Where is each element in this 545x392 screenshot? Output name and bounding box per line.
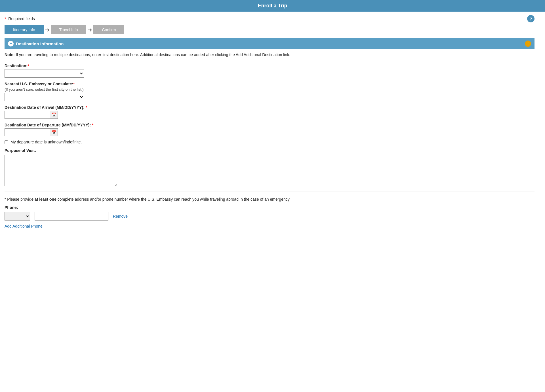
unknown-departure-label: My departure date is unknown/indefinite.: [10, 140, 82, 144]
embassy-select[interactable]: [5, 93, 84, 101]
required-notice-text: * Required fields: [5, 16, 35, 21]
section-divider-1: [5, 192, 535, 192]
departure-label: Destination Date of Departure (MM/DD/YYY…: [5, 123, 535, 127]
departure-req-star: *: [92, 123, 93, 127]
add-phone-link[interactable]: Add Additional Phone: [5, 224, 43, 228]
phone-number-input[interactable]: [35, 212, 108, 221]
wizard-step-confirm[interactable]: Confirm: [93, 25, 124, 34]
departure-calendar-button[interactable]: 📅: [50, 128, 58, 136]
destination-select[interactable]: [5, 69, 84, 78]
warning-icon: !: [525, 41, 531, 47]
purpose-textarea[interactable]: [5, 155, 118, 186]
collapse-icon[interactable]: [8, 41, 14, 46]
phone-row: Home Mobile Work Remove: [5, 212, 535, 221]
remove-phone-link[interactable]: Remove: [113, 214, 128, 219]
departure-date-input[interactable]: [5, 128, 50, 136]
wizard-arrow-1: ➜: [45, 26, 50, 33]
required-star: *: [5, 16, 6, 21]
emergency-notice: * Please provide at least one complete a…: [5, 196, 535, 202]
wizard-step-travel[interactable]: Travel Info: [51, 25, 87, 34]
destination-label: Destination:*: [5, 63, 535, 68]
destination-req-star: *: [28, 63, 29, 68]
arrival-calendar-button[interactable]: 📅: [50, 111, 58, 119]
emergency-req-star: *: [5, 197, 6, 202]
wizard-step-itinerary[interactable]: Itinerary Info: [5, 25, 44, 34]
bottom-divider: [5, 233, 535, 233]
help-icon[interactable]: ?: [527, 15, 535, 22]
unknown-departure-row: My departure date is unknown/indefinite.: [5, 140, 535, 144]
arrival-date-row: 📅: [5, 111, 535, 119]
departure-date-row: 📅: [5, 128, 535, 136]
required-notice-row: * Required fields ?: [5, 15, 535, 22]
arrival-date-input[interactable]: [5, 111, 50, 119]
phone-type-select[interactable]: Home Mobile Work: [5, 212, 30, 221]
note-body: If you are traveling to multiple destina…: [16, 52, 290, 57]
wizard-arrow-2: ➜: [87, 26, 92, 33]
destination-note: Note: If you are traveling to multiple d…: [5, 52, 535, 58]
wizard-steps: Itinerary Info ➜ Travel Info ➜ Confirm: [5, 25, 535, 34]
destination-section-title: Destination Information: [16, 41, 64, 46]
arrival-label: Destination Date of Arrival (MM/DD/YYYY)…: [5, 105, 535, 110]
embassy-label: Nearest U.S. Embassy or Consulate:*: [5, 82, 535, 86]
unknown-departure-checkbox[interactable]: [5, 140, 8, 144]
arrival-req-star: *: [86, 105, 87, 110]
emergency-notice-bold: at least one: [35, 197, 56, 202]
destination-section-header: Destination Information !: [5, 38, 535, 49]
page-title: Enroll a Trip: [0, 0, 545, 12]
note-bold: Note:: [5, 52, 15, 57]
section-header-left: Destination Information: [8, 41, 64, 46]
purpose-label: Purpose of Visit:: [5, 148, 535, 153]
embassy-sublabel: (If you aren't sure, select the first ci…: [5, 87, 535, 92]
embassy-req-star: *: [73, 82, 75, 86]
phone-section-label: Phone:: [5, 205, 535, 210]
